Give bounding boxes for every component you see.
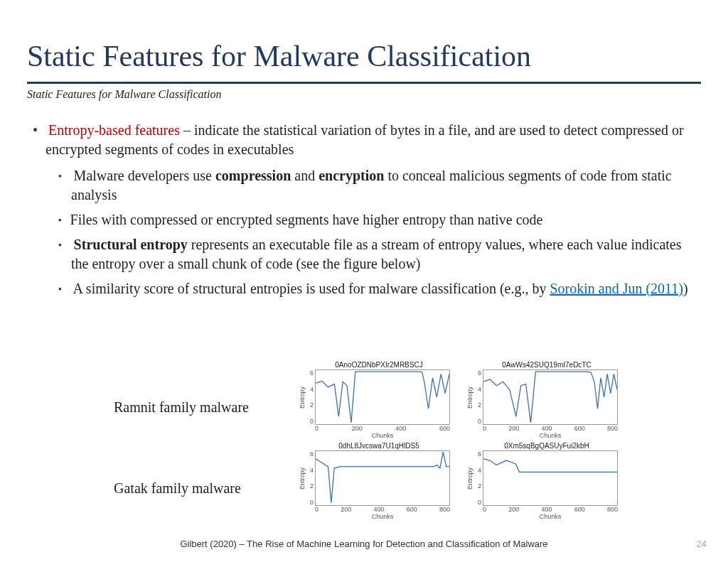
slide-subtitle: Static Features for Malware Classificati… [27, 88, 701, 101]
plot-area [483, 369, 618, 425]
y-axis-label: Entropy [466, 450, 474, 506]
plot-area [315, 450, 450, 506]
x-axis-label: Chunks [315, 513, 450, 520]
bullet-main: Entropy-based features – indicate the st… [27, 121, 701, 159]
citation-link[interactable]: Sorokin and Jun (2011) [550, 281, 683, 296]
chart-title: 0AnoOZDNbPXIr2MRBSCJ [299, 361, 459, 369]
x-axis-ticks: 0200400600800 [483, 506, 618, 513]
y-axis-ticks: 6420 [306, 450, 315, 506]
entropy-chart: 0AwWs42SUQ19mI7eDcTC Entropy 6420 020040… [466, 361, 627, 439]
sub-bullet-2: Files with compressed or encrypted segme… [27, 210, 701, 229]
title-rule [27, 82, 701, 84]
plot-area [315, 369, 450, 425]
charts-area: Ramnit family malware 0AnoOZDNbPXIr2MRBS… [114, 361, 697, 523]
x-axis-ticks: 0200400600800 [315, 506, 450, 513]
chart-row-ramnit: Ramnit family malware 0AnoOZDNbPXIr2MRBS… [114, 361, 697, 439]
slide-title: Static Features for Malware Classificati… [27, 39, 701, 73]
sub-bullet-1: Malware developers use compression and e… [27, 166, 701, 205]
y-axis-label: Entropy [466, 369, 474, 425]
y-axis-ticks: 6420 [474, 369, 483, 425]
chart-row-gatak: Gatak family malware 0dhL8Jvcswa7U1qHlDS… [114, 442, 697, 520]
y-axis-ticks: 6420 [306, 369, 315, 425]
entropy-chart: 0AnoOZDNbPXIr2MRBSCJ Entropy 6420 020040… [299, 361, 459, 439]
sub-bullet-4: A similarity score of structural entropi… [27, 279, 701, 298]
sub-bullet-3: Structural entropy represents an executa… [27, 235, 701, 274]
entropy-chart: 0Xm5sqBgQASUyFui2kbH Entropy 6420 020040… [466, 442, 627, 520]
footer-citation: Gilbert (2020) – The Rise of Machine Lea… [0, 539, 728, 549]
highlight-term: Entropy-based features [48, 122, 180, 138]
y-axis-label: Entropy [299, 369, 306, 425]
y-axis-ticks: 6420 [474, 450, 483, 506]
x-axis-label: Chunks [315, 432, 450, 439]
x-axis-ticks: 0200400600 [315, 425, 450, 432]
y-axis-label: Entropy [299, 450, 306, 506]
entropy-chart: 0dhL8Jvcswa7U1qHlDS5 Entropy 6420 020040… [299, 442, 459, 520]
row-label-ramnit: Ramnit family malware [114, 385, 299, 416]
page-number: 24 [697, 539, 707, 549]
chart-title: 0Xm5sqBgQASUyFui2kbH [466, 442, 627, 450]
x-axis-label: Chunks [483, 513, 618, 520]
x-axis-label: Chunks [483, 432, 618, 439]
slide-content: Entropy-based features – indicate the st… [27, 121, 701, 298]
chart-title: 0dhL8Jvcswa7U1qHlDS5 [299, 442, 459, 450]
plot-area [483, 450, 618, 506]
chart-title: 0AwWs42SUQ19mI7eDcTC [466, 361, 627, 369]
x-axis-ticks: 0200400600800 [483, 425, 618, 432]
row-label-gatak: Gatak family malware [114, 466, 299, 497]
